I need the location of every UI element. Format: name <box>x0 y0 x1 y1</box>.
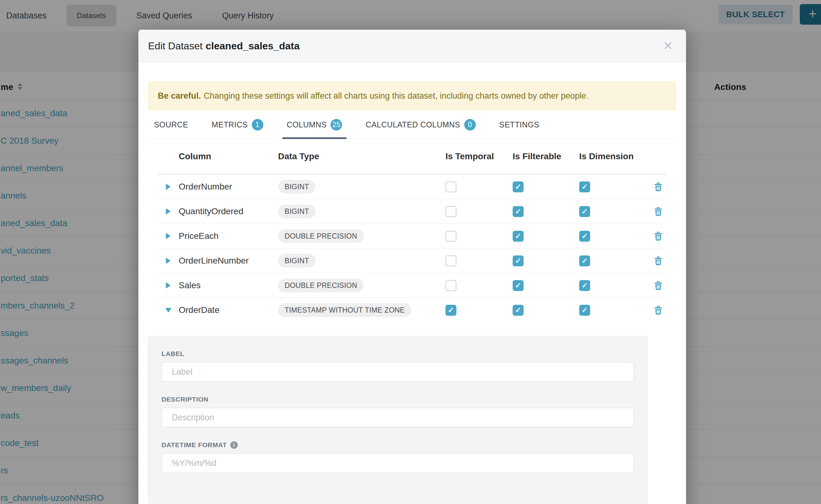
column-row: OrderDateTIMESTAMP WITHOUT TIME ZONE✓✓✓ <box>158 298 667 322</box>
column-name: OrderNumber <box>179 182 278 192</box>
column-name: PriceEach <box>179 231 278 241</box>
data-type-pill: BIGINT <box>278 254 315 268</box>
datetime-format-input[interactable] <box>161 453 634 473</box>
expand-caret-icon[interactable] <box>166 282 171 289</box>
is-temporal-checkbox[interactable] <box>446 280 457 291</box>
expand-caret-icon[interactable] <box>166 258 171 264</box>
tab-label: CALCULATED COLUMNS <box>365 120 460 129</box>
label-input[interactable] <box>161 362 634 382</box>
description-field: DESCRIPTION <box>161 396 634 427</box>
tab-label: SETTINGS <box>499 120 539 129</box>
is-dimension-checkbox[interactable]: ✓ <box>579 280 590 291</box>
data-type-pill: BIGINT <box>278 180 315 194</box>
column-name: OrderDate <box>179 305 278 315</box>
tab-columns[interactable]: COLUMNS25 <box>282 111 347 139</box>
label-field: LABEL <box>161 350 634 382</box>
delete-icon[interactable] <box>654 232 662 241</box>
is-filterable-checkbox[interactable]: ✓ <box>513 206 524 217</box>
tab-count-badge: 1 <box>252 119 263 131</box>
header-is-temporal: Is Temporal <box>446 151 513 161</box>
tab-source[interactable]: SOURCE <box>150 111 192 139</box>
columns-table: Column Data Type Is Temporal Is Filterab… <box>158 139 667 322</box>
datetime-format-field-label: DATETIME FORMAT i <box>161 441 634 449</box>
column-row: QuantityOrderedBIGINT✓✓ <box>158 199 667 224</box>
datasets-page: DatabasesDatasetsSaved QueriesQuery Hist… <box>0 0 821 504</box>
data-type-pill: TIMESTAMP WITHOUT TIME ZONE <box>278 303 412 317</box>
expand-caret-icon[interactable] <box>166 233 171 239</box>
is-temporal-checkbox[interactable] <box>446 181 457 192</box>
column-row: PriceEachDOUBLE PRECISION✓✓ <box>158 224 667 249</box>
tab-count-badge: 0 <box>464 119 476 131</box>
header-is-dimension: Is Dimension <box>579 151 650 161</box>
collapse-caret-icon[interactable] <box>165 308 171 313</box>
delete-icon[interactable] <box>654 256 662 265</box>
is-dimension-checkbox[interactable]: ✓ <box>579 231 590 242</box>
warning-banner: Be careful. Changing these settings will… <box>148 81 676 111</box>
is-temporal-checkbox[interactable] <box>446 206 457 217</box>
delete-icon[interactable] <box>654 306 662 315</box>
column-row: OrderLineNumberBIGINT✓✓ <box>158 249 667 273</box>
is-filterable-checkbox[interactable]: ✓ <box>513 255 524 266</box>
is-temporal-checkbox[interactable]: ✓ <box>446 305 457 316</box>
is-filterable-checkbox[interactable]: ✓ <box>513 280 524 291</box>
is-dimension-checkbox[interactable]: ✓ <box>579 181 590 192</box>
column-detail-panel: LABEL DESCRIPTION DATETIME FORMAT i <box>148 336 648 504</box>
label-field-label: LABEL <box>161 350 634 358</box>
tab-label: SOURCE <box>154 120 188 129</box>
expand-caret-icon[interactable] <box>166 184 171 190</box>
modal-title-dataset-name: cleaned_sales_data <box>205 40 299 52</box>
delete-icon[interactable] <box>654 207 662 216</box>
is-dimension-checkbox[interactable]: ✓ <box>579 255 590 266</box>
column-row: OrderNumberBIGINT✓✓ <box>158 175 667 199</box>
is-filterable-checkbox[interactable]: ✓ <box>513 305 524 316</box>
tab-metrics[interactable]: METRICS1 <box>207 111 267 139</box>
close-icon[interactable]: ✕ <box>663 40 673 52</box>
description-input[interactable] <box>161 408 634 427</box>
warning-banner-bold: Be careful. <box>158 91 201 101</box>
column-row: SalesDOUBLE PRECISION✓✓ <box>158 273 667 298</box>
modal-title-prefix: Edit Dataset <box>148 40 202 52</box>
modal-tabs: SOURCEMETRICS1COLUMNS25CALCULATED COLUMN… <box>148 111 676 139</box>
column-name: OrderLineNumber <box>179 256 278 266</box>
data-type-pill: DOUBLE PRECISION <box>278 279 363 292</box>
column-name: QuantityOrdered <box>179 206 278 216</box>
tab-settings[interactable]: SETTINGS <box>495 111 544 139</box>
expand-caret-icon[interactable] <box>166 208 171 215</box>
header-data-type: Data Type <box>278 151 446 161</box>
tab-count-badge: 25 <box>330 119 342 131</box>
info-icon[interactable]: i <box>230 441 238 449</box>
column-name: Sales <box>179 280 278 290</box>
modal-header: Edit Datasetcleaned_sales_data ✕ <box>138 30 686 62</box>
tab-label: COLUMNS <box>287 120 327 129</box>
is-temporal-checkbox[interactable] <box>446 255 457 266</box>
is-dimension-checkbox[interactable]: ✓ <box>579 305 590 316</box>
columns-table-header: Column Data Type Is Temporal Is Filterab… <box>158 139 667 175</box>
data-type-pill: BIGINT <box>278 205 315 218</box>
description-field-label: DESCRIPTION <box>161 396 634 403</box>
header-is-filterable: Is Filterable <box>513 151 579 161</box>
warning-banner-text: Changing these settings will affect all … <box>204 91 589 101</box>
modal-title: Edit Datasetcleaned_sales_data <box>148 40 299 52</box>
delete-icon[interactable] <box>654 281 662 290</box>
header-column: Column <box>179 151 278 161</box>
is-temporal-checkbox[interactable] <box>446 231 457 242</box>
data-type-pill: DOUBLE PRECISION <box>278 229 363 243</box>
is-filterable-checkbox[interactable]: ✓ <box>513 181 524 192</box>
datetime-format-field: DATETIME FORMAT i <box>161 441 634 473</box>
is-filterable-checkbox[interactable]: ✓ <box>513 231 524 242</box>
tab-label: METRICS <box>211 120 247 129</box>
is-dimension-checkbox[interactable]: ✓ <box>579 206 590 217</box>
tab-calculated-columns[interactable]: CALCULATED COLUMNS0 <box>361 111 480 139</box>
edit-dataset-modal: Edit Datasetcleaned_sales_data ✕ Be care… <box>138 30 686 504</box>
delete-icon[interactable] <box>654 182 662 191</box>
